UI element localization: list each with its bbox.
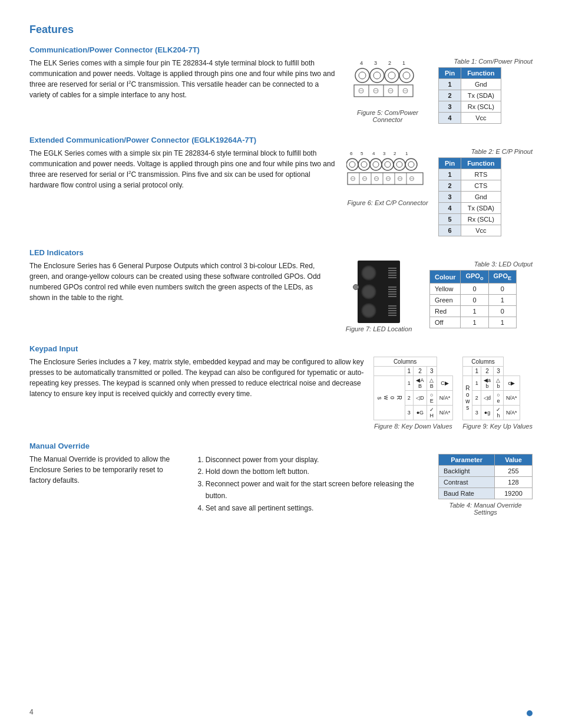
comm-power-table: Pin Function 1Gnd 2Tx (SDA) 3Rx (SCL) 4V…	[438, 67, 501, 124]
svg-text:5: 5	[361, 151, 363, 156]
keypad-body: The Enclosure Series includes a 7 key, m…	[29, 357, 364, 399]
comm-power-body: The ELK Series comes with a simple four …	[29, 58, 337, 100]
comm-power-table-caption: Table 1: Com/Power Pinout	[438, 58, 533, 65]
table-row: Yellow00	[430, 284, 517, 295]
manual-col-value: Value	[495, 454, 533, 466]
svg-point-40	[405, 159, 417, 170]
svg-point-35	[373, 162, 379, 167]
manual-table-caption: Table 4: Manual Override Settings	[438, 502, 533, 516]
list-item: Reconnect power and wait for the start s…	[206, 478, 429, 502]
comm-power-title: Communication/Power Connector (ELK204-7T…	[29, 45, 533, 54]
svg-point-33	[361, 162, 367, 167]
table-row: 1Gnd	[439, 79, 501, 90]
svg-point-10	[399, 68, 414, 83]
table-row: 4Vcc	[439, 113, 501, 124]
table-row: Green01	[430, 295, 517, 306]
table-row: 1RTS	[439, 169, 501, 180]
comm-power-figure-caption: Figure 5: Com/Power Connector	[346, 109, 429, 123]
svg-text:2: 2	[388, 60, 391, 66]
manual-steps: Disconnect power from your display. Hold…	[195, 454, 429, 514]
ext-comm-table: Pin Function 1RTS 2CTS 3Gnd 4Tx (SDA) 5R…	[438, 157, 501, 236]
manual-col-parameter: Parameter	[439, 454, 495, 466]
manual-steps-list: Disconnect power from your display. Hold…	[206, 454, 429, 514]
keypad-fig9-caption: Figure 9: Key Up Values	[462, 423, 533, 430]
svg-text:4: 4	[360, 60, 363, 66]
comm-power-section: Communication/Power Connector (ELK204-7T…	[29, 45, 533, 124]
list-item: Set and save all pertinent settings.	[206, 502, 429, 514]
comm-power-col-pin: Pin	[439, 68, 461, 79]
keypad-section: Keypad Input The Enclosure Series includ…	[29, 344, 533, 430]
comm-power-figure: 4 3 2 1	[346, 58, 429, 123]
svg-point-31	[349, 162, 355, 167]
svg-text:4: 4	[372, 151, 375, 156]
svg-point-6	[370, 68, 384, 83]
manual-text: The Manual Override is provided to allow…	[29, 454, 186, 490]
keypad-title: Keypad Input	[29, 344, 533, 353]
ext-comm-table-caption: Table 2: E C/P Pinout	[438, 148, 533, 155]
svg-text:2: 2	[394, 151, 396, 156]
manual-body: The Manual Override is provided to allow…	[29, 454, 186, 486]
keypad-fig8: Columns 1 2 3 Rows 1 ◀AB	[373, 357, 454, 430]
table-row: 3Gnd	[439, 192, 501, 203]
ext-comm-body: The EGLK Series comes with a simple six …	[29, 148, 337, 190]
list-item: Disconnect power from your display.	[206, 454, 429, 466]
svg-text:1: 1	[405, 151, 408, 156]
page-dot	[527, 710, 533, 716]
led-col-gpo0: GPOo	[461, 271, 488, 284]
svg-point-9	[388, 72, 395, 79]
ext-comm-figure: 6 5 4 3 2 1	[346, 148, 429, 206]
led-section: LED Indicators The Enclosure Series has …	[29, 248, 533, 332]
ext-comm-section: Extended Communication/Power Connector (…	[29, 136, 533, 236]
ext-comm-title: Extended Communication/Power Connector (…	[29, 136, 533, 144]
manual-table-wrap: Parameter Value Backlight255 Contrast128…	[438, 454, 533, 516]
comm-power-col-function: Function	[461, 68, 501, 79]
svg-point-34	[370, 159, 382, 170]
svg-point-39	[396, 162, 402, 167]
svg-point-32	[358, 159, 370, 170]
manual-section: Manual Override The Manual Override is p…	[29, 442, 533, 516]
led-col-gpoe: GPOE	[488, 271, 517, 284]
keypad-figures: Columns 1 2 3 Rows 1 ◀AB	[373, 357, 533, 430]
led-figure: Figure 7: LED Location	[338, 261, 420, 332]
svg-point-5	[359, 72, 366, 79]
led-table: Colour GPOo GPOE Yellow00 Green01 Red10 …	[429, 270, 517, 328]
table-row: 3Rx (SCL)	[439, 101, 501, 113]
svg-point-37	[385, 162, 391, 167]
led-table-caption: Table 3: LED Output	[429, 261, 533, 268]
table-row: Baud Rate19200	[439, 488, 533, 499]
svg-text:1: 1	[402, 60, 405, 66]
table-row: 2Tx (SDA)	[439, 90, 501, 101]
ext-comm-connector-svg: 6 5 4 3 2 1	[346, 148, 429, 195]
table-row: 6Vcc	[439, 225, 501, 236]
page-title: Features	[29, 24, 533, 36]
comm-power-table-wrap: Table 1: Com/Power Pinout Pin Function 1…	[438, 58, 533, 124]
table-row: 2CTS	[439, 180, 501, 192]
ext-comm-col-pin: Pin	[439, 158, 461, 169]
table-row: 4Tx (SDA)	[439, 203, 501, 214]
ext-comm-figure-caption: Figure 6: Ext C/P Connector	[346, 199, 429, 206]
svg-point-8	[385, 68, 399, 83]
led-figure-caption: Figure 7: LED Location	[338, 325, 420, 332]
table-row: Rows 1 ◀ab △b c▶	[463, 376, 520, 391]
svg-point-7	[373, 72, 381, 79]
svg-point-38	[394, 159, 405, 170]
table-row: Rows 1 ◀AB △B C▶	[373, 376, 453, 391]
svg-text:3: 3	[383, 151, 386, 156]
led-body: The Enclosure Series has 6 General Purpo…	[29, 261, 328, 303]
svg-point-30	[346, 159, 358, 170]
table-row: Backlight255	[439, 466, 533, 477]
led-title: LED Indicators	[29, 248, 533, 257]
svg-point-36	[382, 159, 394, 170]
manual-content: The Manual Override is provided to allow…	[29, 454, 533, 516]
svg-point-11	[403, 72, 410, 79]
table-row: Off11	[430, 317, 517, 328]
svg-point-41	[408, 162, 414, 167]
svg-point-4	[355, 68, 369, 83]
led-col-colour: Colour	[430, 271, 461, 284]
comm-power-connector-svg: 4 3 2 1	[349, 58, 426, 105]
manual-title: Manual Override	[29, 442, 533, 450]
keypad-fig9: Columns 1 2 3 Rows 1 ◀ab	[462, 357, 533, 430]
svg-text:6: 6	[350, 151, 353, 156]
table-row: Red10	[430, 306, 517, 317]
keypad-fig8-caption: Figure 8: Key Down Values	[373, 423, 454, 430]
